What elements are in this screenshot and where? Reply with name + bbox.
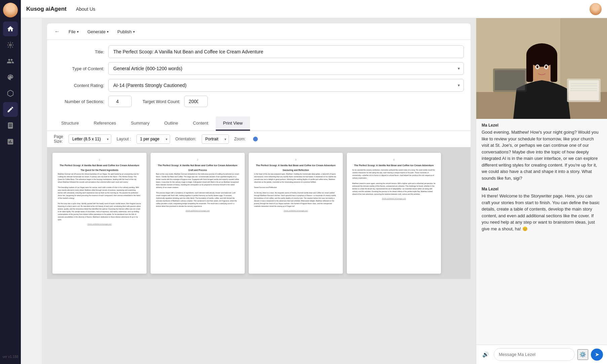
title-input[interactable] xyxy=(108,45,464,58)
chat-message: Ma Lezel Good evening, Matthew! How's yo… xyxy=(482,123,602,181)
sections-row: Number of Sections: Target Word Count: xyxy=(54,96,464,107)
svg-point-12 xyxy=(536,65,538,68)
page-body-text: In the heart of the city was prepared op… xyxy=(254,173,337,208)
zoom-label: Zoom: xyxy=(234,137,246,141)
page-title-text: The Perfect Scoop: A Vanilla Nut Bean an… xyxy=(156,164,239,168)
file-caret-icon: ▾ xyxy=(77,30,79,34)
tab-print-view[interactable]: Print View xyxy=(216,117,250,131)
layout-select[interactable]: 1 per page xyxy=(136,134,170,144)
orientation-select[interactable]: Portrait xyxy=(202,134,229,144)
page-body-text: As he savored the creamy confection, mem… xyxy=(352,169,436,195)
title-row: Title: xyxy=(54,45,464,58)
print-settings-bar: PageSize: Letter (8.5 x 11) ▾ Layout : 1… xyxy=(47,131,471,147)
page-preview-3: 3 The Perfect Scoop: A Vanilla Nut Bean … xyxy=(249,153,343,274)
content-rating-select[interactable]: AI-14 (Parents Strongly Cautioned) xyxy=(108,79,464,92)
page-footer: Article published at kusogai.com xyxy=(254,210,337,212)
zoom-indicator[interactable] xyxy=(253,137,258,141)
content-type-select-wrapper: General Article (600-1200 words) ▾ xyxy=(108,62,464,75)
publish-caret-icon: ▾ xyxy=(133,30,135,34)
publish-menu[interactable]: Publish ▾ xyxy=(113,27,139,36)
sidebar-item-home[interactable] xyxy=(3,21,18,36)
generate-caret-icon: ▾ xyxy=(107,30,109,34)
chat-messages: Ma Lezel Good evening, Matthew! How's yo… xyxy=(476,119,607,345)
toolbar-menu: File ▾ Generate ▾ Publish ▾ xyxy=(65,27,139,36)
page-number: 4 xyxy=(352,158,436,162)
chat-message: Ma Lezel Hi there! Welcome to the Storyw… xyxy=(482,187,602,232)
target-word-input[interactable] xyxy=(184,96,208,107)
page-title-text: The Perfect Scoop: A Vanilla Nut Bean an… xyxy=(254,164,337,168)
page-section-title: Savouring and Reflection xyxy=(254,169,337,172)
editor-area: ← File ▾ Generate ▾ Publish ▾ xyxy=(42,18,476,364)
settings-button[interactable]: ⚙️ xyxy=(577,349,588,360)
page-footer: Article published at kusogai.com xyxy=(58,223,141,226)
version-label: ver v1.188 xyxy=(3,355,18,361)
page-title-text: The Perfect Scoop: A Vanilla Nut Bean an… xyxy=(352,164,436,168)
main-wrapper: ← File ▾ Generate ▾ Publish ▾ xyxy=(42,18,607,364)
page-footer: Article published at kusogai.com xyxy=(156,210,239,212)
chat-sender: Ma Lezel xyxy=(482,187,602,191)
form-area: Title: Type of Content: General Article … xyxy=(47,40,471,117)
content-rating-row: Content Rating: AI-14 (Parents Strongly … xyxy=(54,79,464,92)
svg-point-13 xyxy=(545,65,547,68)
title-label: Title: xyxy=(54,49,104,54)
orientation-label: Orientation: xyxy=(175,137,196,141)
chat-input[interactable] xyxy=(494,348,575,361)
content-rating-select-wrapper: AI-14 (Parents Strongly Cautioned) ▾ xyxy=(108,79,464,92)
svg-rect-9 xyxy=(551,55,557,82)
num-sections-input[interactable] xyxy=(108,96,132,107)
file-menu[interactable]: File ▾ xyxy=(65,27,83,36)
content-type-select[interactable]: General Article (600-1200 words) xyxy=(108,62,464,75)
layout-select-wrapper: 1 per page ▾ xyxy=(136,134,170,144)
sidebar-item-cube[interactable] xyxy=(3,86,18,101)
chat-sender: Ma Lezel xyxy=(482,123,602,128)
svg-rect-21 xyxy=(495,70,525,90)
chat-bubble: Good evening, Matthew! How's your night … xyxy=(482,129,602,181)
pages-preview: 1 The Perfect Scoop: A Vanilla Nut Bean … xyxy=(47,147,471,279)
sidebar-item-network[interactable] xyxy=(3,38,18,52)
tabs-bar: Structure References Summary Outline Con… xyxy=(47,117,471,131)
generate-menu[interactable]: Generate ▾ xyxy=(83,27,113,36)
page-body-text: Back at the cozy studio, Matthew Gorman … xyxy=(156,173,239,208)
sidebar-item-edit[interactable] xyxy=(3,102,18,117)
sidebar-item-users[interactable] xyxy=(3,54,18,69)
orientation-select-wrapper: Portrait ▾ xyxy=(202,134,229,144)
audio-button[interactable]: 🔊 xyxy=(480,349,491,360)
page-preview-2: 2 The Perfect Scoop: A Vanilla Nut Bean … xyxy=(151,153,245,274)
sidebar-avatar[interactable] xyxy=(3,3,18,17)
send-button[interactable]: ➤ xyxy=(591,349,603,361)
chat-panel: Ma Lezel Good evening, Matthew! How's yo… xyxy=(476,18,607,364)
page-footer: Article published at kusogai.com xyxy=(352,197,436,200)
page-section-title: The Quest for the Parent Ingredients xyxy=(58,169,141,172)
page-section-title: Craft and Process xyxy=(156,169,239,172)
sidebar-item-chart[interactable] xyxy=(3,134,18,149)
target-word-label: Target Word Count: xyxy=(143,99,180,104)
back-button[interactable]: ← xyxy=(52,27,62,36)
chat-footer: 🔊 ⚙️ ➤ xyxy=(476,345,607,364)
chat-bubble: Hi there! Welcome to the Storywriter pag… xyxy=(482,193,602,232)
num-sections-label: Number of Sections: xyxy=(54,99,104,104)
tab-content[interactable]: Content xyxy=(186,117,216,131)
user-avatar[interactable] xyxy=(590,3,602,15)
svg-rect-8 xyxy=(526,55,533,82)
layout-label: Layout : xyxy=(117,137,131,141)
page-number: 2 xyxy=(156,158,239,162)
content-type-label: Type of Content: xyxy=(54,66,104,71)
nav-about-us[interactable]: About Us xyxy=(73,5,98,13)
sidebar-item-palette[interactable] xyxy=(3,70,18,85)
tab-references[interactable]: References xyxy=(86,117,123,131)
app-logo: Kusog aiAgent xyxy=(26,6,67,12)
tab-outline[interactable]: Outline xyxy=(157,117,186,131)
editor-toolbar: ← File ▾ Generate ▾ Publish ▾ xyxy=(47,24,471,40)
tab-summary[interactable]: Summary xyxy=(123,117,157,131)
content-type-row: Type of Content: General Article (600-12… xyxy=(54,62,464,75)
svg-point-0 xyxy=(9,44,11,46)
page-title-text: The Perfect Scoop: A Vanilla Nut Bean an… xyxy=(58,164,141,168)
sidebar: ver v1.188 xyxy=(0,0,21,364)
page-body-text: Matthew Gorman set off across the vibran… xyxy=(58,173,141,221)
svg-rect-15 xyxy=(569,80,599,100)
page-size-label: PageSize: xyxy=(54,134,63,144)
sidebar-item-book[interactable] xyxy=(3,118,18,133)
topnav: Kusog aiAgent About Us xyxy=(21,0,607,18)
tab-structure[interactable]: Structure xyxy=(54,117,86,131)
page-size-select[interactable]: Letter (8.5 x 11) xyxy=(69,134,111,144)
